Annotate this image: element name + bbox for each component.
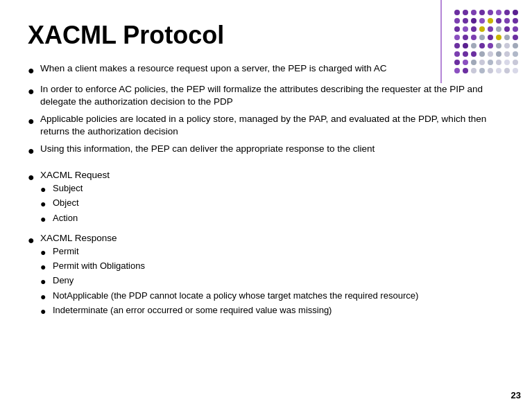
svg-point-5 bbox=[496, 10, 501, 15]
sub-bullet-text: Subject bbox=[53, 183, 504, 195]
svg-point-27 bbox=[479, 35, 485, 40]
svg-point-52 bbox=[488, 60, 493, 65]
svg-point-12 bbox=[488, 18, 493, 24]
list-item: ● NotApplicable (the PDP cannot locate a… bbox=[40, 290, 504, 303]
svg-point-56 bbox=[454, 68, 460, 73]
svg-point-45 bbox=[496, 51, 501, 57]
bullet-icon: ● bbox=[28, 143, 40, 159]
sub-bullet-icon: ● bbox=[40, 275, 53, 288]
svg-point-9 bbox=[463, 18, 468, 24]
bullet-icon: ● bbox=[28, 233, 40, 248]
svg-point-19 bbox=[479, 26, 485, 32]
sub-bullet-text: Indeterminate (an error occurred or some… bbox=[53, 305, 504, 317]
list-item: ● When a client makes a resource request… bbox=[28, 62, 504, 78]
bullet-text: When a client makes a resource request u… bbox=[40, 62, 504, 75]
svg-point-15 bbox=[513, 18, 518, 24]
svg-point-38 bbox=[504, 43, 510, 48]
bullet-icon: ● bbox=[28, 114, 40, 129]
svg-point-35 bbox=[479, 43, 485, 48]
xacml-response-label: XACML Response bbox=[40, 233, 117, 243]
svg-point-33 bbox=[463, 43, 468, 48]
svg-point-47 bbox=[513, 51, 518, 57]
svg-point-61 bbox=[496, 68, 501, 73]
list-item: ● In order to enforce AC policies, the P… bbox=[28, 83, 504, 108]
sub-bullet-icon: ● bbox=[40, 246, 53, 258]
svg-point-62 bbox=[504, 68, 510, 73]
slide: XACML Protocol ● When a client makes a r… bbox=[0, 0, 532, 406]
svg-point-48 bbox=[454, 60, 460, 65]
sub-bullet-icon: ● bbox=[40, 213, 53, 225]
svg-point-60 bbox=[488, 68, 493, 73]
sub-bullet-text: Permit bbox=[53, 246, 504, 258]
svg-point-14 bbox=[504, 18, 510, 24]
sub-bullet-text: NotApplicable (the PDP cannot locate a p… bbox=[53, 290, 504, 302]
svg-point-36 bbox=[488, 43, 493, 48]
svg-point-23 bbox=[513, 26, 518, 32]
bullet-icon: ● bbox=[28, 170, 40, 185]
svg-point-8 bbox=[454, 18, 460, 24]
svg-point-31 bbox=[513, 35, 518, 40]
svg-point-40 bbox=[454, 51, 460, 57]
svg-point-30 bbox=[504, 35, 510, 40]
bullet-text: In order to enforce AC policies, the PEP… bbox=[40, 83, 504, 108]
svg-point-42 bbox=[471, 51, 477, 57]
svg-point-13 bbox=[496, 18, 501, 24]
svg-point-49 bbox=[463, 60, 468, 65]
svg-point-1 bbox=[463, 10, 468, 15]
svg-point-53 bbox=[496, 60, 501, 65]
svg-point-58 bbox=[471, 68, 477, 73]
xacml-response-item: ● XACML Response ● Permit ● Permit with … bbox=[28, 232, 504, 319]
title-vertical-line bbox=[440, 0, 442, 83]
svg-point-11 bbox=[479, 18, 485, 24]
svg-point-63 bbox=[513, 68, 518, 73]
svg-point-59 bbox=[479, 68, 485, 73]
svg-point-55 bbox=[513, 60, 518, 65]
bullet-text: Applicable policies are located in a pol… bbox=[40, 113, 504, 138]
svg-point-44 bbox=[488, 51, 493, 57]
svg-point-4 bbox=[488, 10, 493, 15]
bullet-text: Using this information, the PEP can deli… bbox=[40, 143, 504, 155]
sub-bullet-text: Action bbox=[53, 213, 504, 224]
list-item: ● Permit bbox=[40, 246, 504, 258]
xacml-request-item: ● XACML Request ● Subject ● Object bbox=[28, 169, 504, 227]
list-item: ● Action bbox=[40, 213, 504, 225]
svg-point-57 bbox=[463, 68, 468, 73]
sub-bullet-text: Deny bbox=[53, 275, 504, 287]
svg-point-32 bbox=[454, 43, 460, 48]
svg-point-25 bbox=[463, 35, 468, 40]
list-item: ● Using this information, the PEP can de… bbox=[28, 143, 504, 159]
svg-point-16 bbox=[454, 26, 460, 32]
svg-point-29 bbox=[496, 35, 501, 40]
svg-point-39 bbox=[513, 43, 518, 48]
svg-point-7 bbox=[513, 10, 518, 15]
svg-point-2 bbox=[471, 10, 477, 15]
svg-point-24 bbox=[454, 35, 460, 40]
svg-point-46 bbox=[504, 51, 510, 57]
sub-bullet-text: Object bbox=[53, 197, 504, 209]
list-item: ● Deny bbox=[40, 275, 504, 288]
svg-point-41 bbox=[463, 51, 468, 57]
svg-point-50 bbox=[471, 60, 477, 65]
svg-point-20 bbox=[488, 26, 493, 32]
xacml-response-label-text: XACML Response ● Permit ● Permit with Ob… bbox=[40, 232, 504, 319]
xacml-request-label-text: XACML Request ● Subject ● Object ● Actio bbox=[40, 169, 504, 227]
svg-point-54 bbox=[504, 60, 510, 65]
permit-with-obligations-text: Permit with Obligations bbox=[53, 261, 504, 272]
sub-bullet-icon: ● bbox=[40, 305, 53, 317]
svg-point-37 bbox=[496, 43, 501, 48]
svg-point-17 bbox=[463, 26, 468, 32]
svg-point-22 bbox=[504, 26, 510, 32]
page-number: 23 bbox=[511, 390, 521, 400]
svg-point-43 bbox=[479, 51, 485, 57]
slide-title: XACML Protocol bbox=[28, 21, 504, 50]
svg-point-26 bbox=[471, 35, 477, 40]
sub-bullet-icon: ● bbox=[40, 183, 53, 195]
sub-bullet-icon: ● bbox=[40, 261, 53, 273]
xacml-request-section: ● XACML Request ● Subject ● Object bbox=[28, 169, 504, 324]
svg-point-18 bbox=[471, 26, 477, 32]
xacml-request-label: XACML Request bbox=[40, 170, 110, 180]
decorative-dot-grid bbox=[450, 6, 526, 82]
list-item: ● Applicable policies are located in a p… bbox=[28, 113, 504, 138]
content-area: ● When a client makes a resource request… bbox=[28, 62, 504, 324]
list-item: ● Object bbox=[40, 197, 504, 210]
